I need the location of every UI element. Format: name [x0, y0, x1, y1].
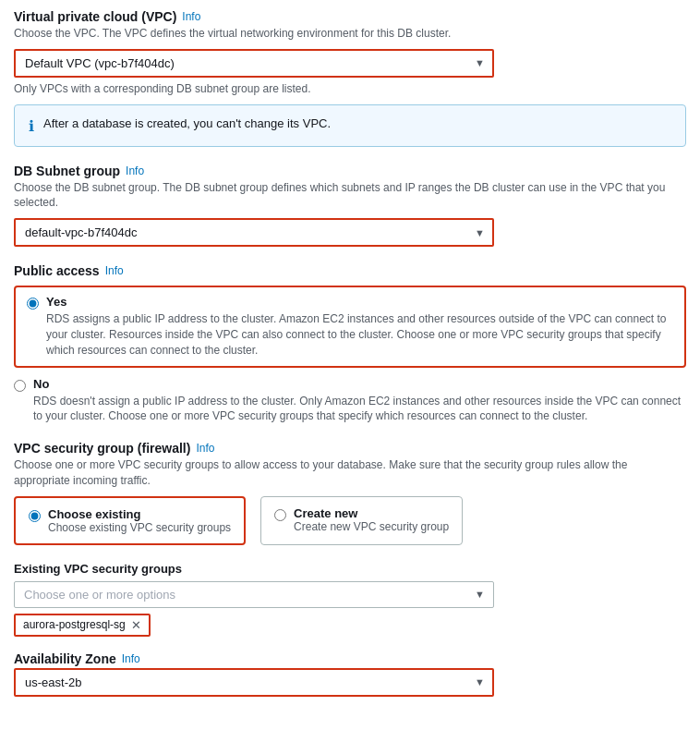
public-access-no-desc: RDS doesn't assign a public IP address t…	[33, 394, 686, 425]
vpc-choose-existing-radio[interactable]	[29, 510, 41, 522]
security-group-tag-label: aurora-postgresql-sg	[23, 618, 126, 631]
availability-zone-select[interactable]: us-east-2b	[14, 668, 494, 697]
existing-groups-title: Existing VPC security groups	[14, 562, 686, 576]
availability-zone-title: Availability Zone Info	[14, 651, 686, 666]
public-access-radio-group: Yes RDS assigns a public IP address to t…	[14, 286, 686, 424]
security-group-tag: aurora-postgresql-sg ✕	[14, 614, 151, 637]
existing-groups-select-wrapper: Choose one or more options ▼	[14, 581, 494, 608]
db-subnet-section: DB Subnet group Info Choose the DB subne…	[14, 164, 686, 248]
public-access-info-link[interactable]: Info	[105, 264, 124, 277]
existing-groups-section: Existing VPC security groups Choose one …	[14, 562, 686, 637]
public-access-yes-option[interactable]: Yes RDS assigns a public IP address to t…	[14, 286, 686, 367]
db-subnet-description: Choose the DB subnet group. The DB subne…	[14, 180, 686, 212]
db-subnet-info-link[interactable]: Info	[126, 164, 144, 177]
vpc-create-new-radio[interactable]	[274, 509, 286, 521]
existing-groups-select[interactable]: Choose one or more options	[14, 581, 494, 608]
vpc-section: Virtual private cloud (VPC) Info Choose …	[14, 9, 686, 147]
availability-zone-section: Availability Zone Info us-east-2b ▼	[14, 651, 686, 697]
existing-groups-title-text: Existing VPC security groups	[14, 562, 182, 576]
vpc-info-banner: ℹ After a database is created, you can't…	[14, 104, 686, 147]
vpc-create-new-label: Create new	[294, 506, 449, 520]
vpc-security-options-row: Choose existing Choose existing VPC secu…	[14, 496, 686, 545]
vpc-note: Only VPCs with a corresponding DB subnet…	[14, 81, 686, 97]
vpc-title-text: Virtual private cloud (VPC)	[14, 9, 176, 24]
public-access-no-option[interactable]: No RDS doesn't assign a public IP addres…	[14, 377, 686, 425]
vpc-choose-existing-label: Choose existing	[48, 507, 231, 521]
public-access-no-radio[interactable]	[14, 380, 26, 392]
vpc-title: Virtual private cloud (VPC) Info	[14, 9, 686, 24]
availability-zone-info-link[interactable]: Info	[122, 652, 140, 665]
vpc-description: Choose the VPC. The VPC defines the virt…	[14, 26, 686, 42]
db-subnet-title-text: DB Subnet group	[14, 164, 120, 178]
vpc-choose-existing-sub: Choose existing VPC security groups	[48, 521, 231, 534]
vpc-banner-text: After a database is created, you can't c…	[43, 116, 331, 130]
vpc-security-info-link[interactable]: Info	[196, 442, 214, 455]
public-access-yes-label: Yes	[46, 295, 66, 309]
public-access-section: Public access Info Yes RDS assigns a pub…	[14, 263, 686, 424]
vpc-info-link[interactable]: Info	[182, 10, 200, 23]
existing-groups-tags: aurora-postgresql-sg ✕	[14, 614, 686, 637]
vpc-security-description: Choose one or more VPC security groups t…	[14, 457, 686, 489]
vpc-security-title: VPC security group (firewall) Info	[14, 441, 686, 456]
public-access-no-label: No	[33, 377, 49, 391]
vpc-security-section: VPC security group (firewall) Info Choos…	[14, 441, 686, 545]
availability-zone-title-text: Availability Zone	[14, 651, 116, 666]
security-group-tag-remove[interactable]: ✕	[131, 618, 141, 632]
vpc-create-new-sub: Create new VPC security group	[294, 520, 449, 533]
public-access-yes-radio[interactable]	[27, 298, 39, 310]
vpc-create-new-option[interactable]: Create new Create new VPC security group	[260, 496, 463, 545]
public-access-title-text: Public access	[14, 263, 100, 278]
vpc-security-title-text: VPC security group (firewall)	[14, 441, 190, 456]
db-subnet-title: DB Subnet group Info	[14, 164, 686, 178]
public-access-title: Public access Info	[14, 263, 686, 278]
db-subnet-select-wrapper: default-vpc-b7f404dc ▼	[14, 218, 494, 247]
vpc-select-wrapper: Default VPC (vpc-b7f404dc) ▼	[14, 49, 494, 78]
public-access-yes-desc: RDS assigns a public IP address to the c…	[46, 311, 673, 358]
availability-zone-select-wrapper: us-east-2b ▼	[14, 668, 494, 697]
vpc-select[interactable]: Default VPC (vpc-b7f404dc)	[14, 49, 494, 78]
vpc-choose-existing-option[interactable]: Choose existing Choose existing VPC secu…	[14, 496, 246, 545]
info-circle-icon: ℹ	[29, 117, 34, 135]
db-subnet-select[interactable]: default-vpc-b7f404dc	[14, 218, 494, 247]
